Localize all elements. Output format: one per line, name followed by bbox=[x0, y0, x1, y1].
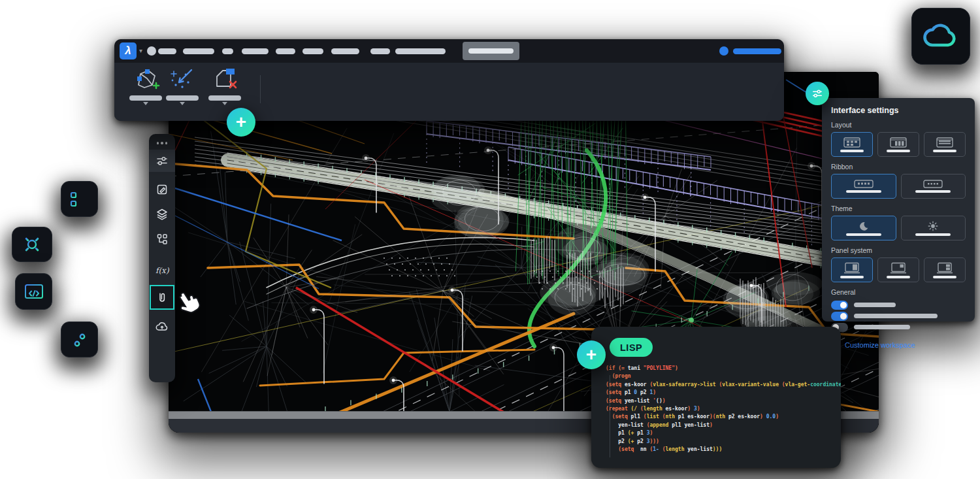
paperclip-icon bbox=[155, 291, 169, 304]
add-snippet-button[interactable]: + bbox=[577, 340, 606, 369]
sidebar-item-quick-settings[interactable] bbox=[149, 150, 175, 172]
toggle-row[interactable] bbox=[831, 322, 966, 333]
layers-icon bbox=[155, 208, 169, 221]
tool-sidebar: f(x) bbox=[149, 134, 175, 382]
layout-options bbox=[831, 132, 966, 157]
menu-tab[interactable] bbox=[222, 48, 233, 54]
ribbon-tool-delete-entity[interactable] bbox=[208, 65, 242, 105]
ribbon bbox=[114, 63, 784, 121]
delete-entity-icon bbox=[210, 65, 239, 94]
sliders-icon bbox=[155, 154, 169, 167]
app-logo[interactable]: λ bbox=[120, 42, 137, 59]
svg-text:f(x): f(x) bbox=[155, 266, 170, 275]
theme-options bbox=[831, 216, 966, 240]
ribbon-tool-add-vertex[interactable] bbox=[129, 65, 163, 105]
interface-settings-panel: Interface settings Layout Ribbon Theme P… bbox=[822, 98, 975, 322]
function-icon: f(x) bbox=[154, 265, 170, 276]
menu-tab[interactable] bbox=[395, 48, 446, 54]
chevron-down-icon[interactable]: ▾ bbox=[139, 47, 142, 54]
panel-system-options bbox=[831, 257, 966, 282]
structure-icon bbox=[155, 233, 169, 246]
section-label-ribbon: Ribbon bbox=[831, 163, 966, 171]
chevron-down-icon[interactable] bbox=[180, 102, 185, 105]
section-label-panel-system: Panel system bbox=[831, 246, 966, 254]
menu-tab[interactable] bbox=[276, 48, 295, 54]
toggle-row[interactable] bbox=[831, 310, 966, 322]
sidebar-item-structure[interactable] bbox=[149, 227, 175, 252]
option-card[interactable] bbox=[924, 257, 966, 282]
section-label-general: General bbox=[831, 288, 966, 296]
section-label-theme: Theme bbox=[831, 205, 966, 212]
code-window-icon bbox=[24, 283, 44, 300]
chevron-down-icon[interactable] bbox=[222, 102, 227, 105]
status-dot bbox=[719, 46, 728, 56]
option-card[interactable] bbox=[831, 216, 896, 240]
lisp-code[interactable]: (if (= tani "POLYLINE") (progn(setq es-k… bbox=[606, 365, 841, 454]
toggle-switch[interactable] bbox=[831, 301, 848, 310]
option-card[interactable] bbox=[831, 257, 873, 282]
marketing-composition: f(x) λ ▾ bbox=[0, 0, 980, 479]
menu-tab[interactable] bbox=[183, 48, 214, 54]
general-toggles bbox=[831, 299, 966, 333]
sliders-icon bbox=[70, 331, 90, 348]
cloud-upload-icon bbox=[155, 321, 169, 333]
ribbon-divider bbox=[260, 75, 261, 103]
annotate-icon bbox=[155, 183, 169, 196]
interface-settings-button[interactable] bbox=[806, 82, 829, 105]
shortcut-properties[interactable] bbox=[61, 322, 98, 357]
sidebar-item-layers[interactable] bbox=[149, 202, 175, 227]
add-vertex-icon bbox=[131, 65, 160, 94]
option-card[interactable] bbox=[924, 132, 966, 157]
shortcut-cloud[interactable] bbox=[911, 8, 970, 65]
active-menu-tab[interactable] bbox=[463, 42, 519, 60]
menu-tab-strip: λ ▾ bbox=[114, 39, 784, 63]
menu-tab[interactable] bbox=[158, 48, 176, 54]
task-list-icon bbox=[70, 191, 90, 208]
menu-tab[interactable] bbox=[242, 48, 269, 54]
menu-tab[interactable] bbox=[331, 48, 359, 54]
sidebar-item-custom-function[interactable]: f(x) bbox=[149, 258, 175, 283]
option-card[interactable] bbox=[831, 174, 896, 199]
ribbon-options bbox=[831, 174, 966, 199]
toggle-row[interactable] bbox=[831, 299, 966, 310]
shortcut-task-list[interactable] bbox=[61, 181, 98, 217]
lisp-snippet-panel: LISP (if (= tani "POLYLINE") (progn(setq… bbox=[591, 327, 841, 468]
menu-tab[interactable] bbox=[302, 48, 323, 54]
toggle-switch[interactable] bbox=[831, 312, 848, 321]
gear-icon bbox=[22, 235, 42, 254]
shortcut-code[interactable] bbox=[15, 273, 52, 310]
shortcut-settings[interactable] bbox=[12, 227, 52, 262]
customize-workspace-link[interactable]: Customize workspace bbox=[831, 340, 966, 350]
sidebar-item-annotate[interactable] bbox=[149, 177, 175, 202]
sidebar-item-cloud-upload[interactable] bbox=[149, 314, 175, 339]
tab-dot[interactable] bbox=[147, 46, 156, 56]
section-label-layout: Layout bbox=[831, 121, 966, 129]
option-card[interactable] bbox=[901, 174, 966, 199]
smart-select-icon bbox=[168, 65, 197, 94]
add-button[interactable]: + bbox=[227, 108, 255, 137]
option-card[interactable] bbox=[901, 216, 966, 240]
chevron-down-icon[interactable] bbox=[143, 102, 148, 105]
cloud-icon bbox=[923, 24, 958, 50]
option-card[interactable] bbox=[877, 132, 919, 157]
option-card[interactable] bbox=[831, 132, 873, 157]
account-pill[interactable] bbox=[733, 48, 781, 54]
menu-tab[interactable] bbox=[370, 48, 390, 54]
ribbon-tool-smart-select[interactable] bbox=[165, 65, 199, 105]
option-card[interactable] bbox=[877, 257, 919, 282]
panel-title: Interface settings bbox=[831, 106, 966, 115]
lisp-badge[interactable]: LISP bbox=[610, 338, 653, 357]
sidebar-item-attachments-selected[interactable] bbox=[150, 285, 174, 310]
customize-workspace-label: Customize workspace bbox=[845, 341, 915, 349]
panel-menu-button[interactable] bbox=[157, 137, 167, 150]
main-toolbar: λ ▾ bbox=[114, 39, 784, 121]
sliders-icon bbox=[811, 88, 823, 99]
